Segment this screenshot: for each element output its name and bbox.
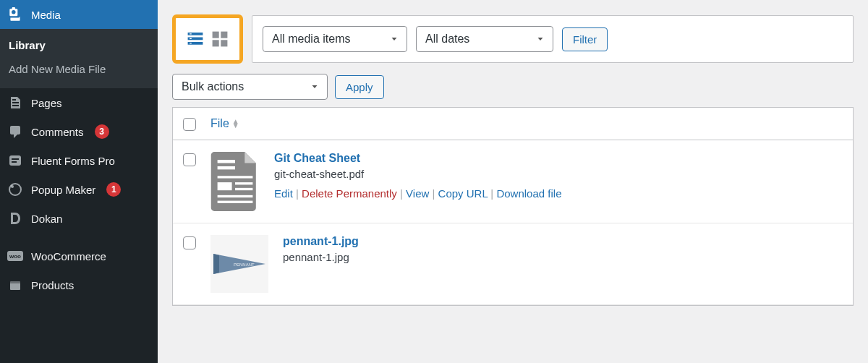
- menu-fluent-forms[interactable]: Fluent Forms Pro: [0, 146, 158, 175]
- svg-rect-0: [9, 155, 21, 166]
- dokan-icon: [7, 210, 23, 226]
- file-title-link[interactable]: Git Cheat Sheet: [274, 152, 360, 164]
- svg-rect-19: [218, 195, 253, 197]
- delete-link[interactable]: Delete Permanently: [302, 187, 397, 200]
- svg-rect-20: [218, 201, 253, 203]
- column-file[interactable]: File ▲▼: [210, 117, 239, 130]
- grid-view-button[interactable]: [210, 30, 229, 48]
- menu-label: Media: [31, 9, 61, 21]
- download-link[interactable]: Download file: [496, 187, 561, 200]
- file-meta: Git Cheat Sheet git-cheat-sheet.pdf Edit…: [274, 152, 561, 211]
- select-value: Bulk actions: [182, 80, 244, 93]
- list-view-button[interactable]: [186, 30, 205, 48]
- column-label: File: [210, 117, 229, 130]
- menu-label: WooCommerce: [31, 250, 106, 262]
- row-checkbox[interactable]: [183, 153, 196, 166]
- row-actions: Edit | Delete Permanently | View | Copy …: [274, 187, 561, 200]
- svg-rect-18: [235, 188, 252, 190]
- bulk-action-select[interactable]: Bulk actions: [172, 74, 328, 100]
- comments-badge: 3: [95, 124, 109, 139]
- bulk-actions-row: Bulk actions Apply: [172, 74, 854, 100]
- woo-icon: woo: [7, 248, 23, 264]
- svg-point-4: [11, 185, 14, 188]
- menu-label: Comments: [31, 126, 84, 138]
- menu-label: Products: [31, 279, 74, 291]
- menu-media[interactable]: Media: [0, 0, 158, 29]
- menu-comments[interactable]: Comments 3: [0, 117, 158, 146]
- svg-rect-13: [218, 160, 235, 163]
- svg-rect-10: [221, 32, 227, 38]
- svg-rect-14: [218, 166, 235, 169]
- svg-rect-17: [235, 182, 252, 184]
- popup-icon: [7, 182, 23, 197]
- select-value: All dates: [425, 33, 469, 46]
- comments-icon: [7, 124, 23, 140]
- chevron-down-icon: [310, 82, 320, 92]
- menu-pages[interactable]: Pages: [0, 88, 158, 117]
- svg-text:woo: woo: [9, 253, 21, 260]
- file-title-link[interactable]: pennant-1.jpg: [283, 235, 359, 247]
- copy-url-link[interactable]: Copy URL: [438, 187, 488, 200]
- file-thumbnail-image: PENNANT: [210, 235, 268, 293]
- media-submenu: Library Add New Media File: [0, 29, 158, 88]
- file-cell: PENNANT pennant-1.jpg pennant-1.jpg: [210, 235, 843, 293]
- svg-rect-1: [12, 158, 19, 160]
- view-link[interactable]: View: [406, 187, 429, 200]
- media-type-select[interactable]: All media items: [263, 26, 407, 52]
- svg-rect-16: [218, 182, 232, 190]
- file-cell: Git Cheat Sheet git-cheat-sheet.pdf Edit…: [210, 152, 843, 211]
- apply-button[interactable]: Apply: [335, 75, 384, 99]
- submenu-add-new[interactable]: Add New Media File: [0, 57, 158, 81]
- row-checkbox[interactable]: [183, 236, 196, 249]
- svg-rect-11: [213, 40, 219, 46]
- view-switch-highlighted: [172, 14, 243, 64]
- admin-sidebar: Media Library Add New Media File Pages C…: [0, 0, 158, 363]
- menu-label: Popup Maker: [31, 184, 95, 196]
- date-select[interactable]: All dates: [416, 26, 553, 52]
- file-thumbnail-document: [210, 152, 260, 211]
- menu-popup-maker[interactable]: Popup Maker 1: [0, 175, 158, 204]
- file-meta: pennant-1.jpg pennant-1.jpg: [283, 235, 359, 293]
- svg-rect-9: [213, 32, 219, 38]
- chevron-down-icon: [389, 34, 399, 44]
- submenu-library[interactable]: Library: [0, 33, 158, 57]
- menu-dokan[interactable]: Dokan: [0, 204, 158, 233]
- svg-point-3: [9, 184, 21, 195]
- form-icon: [7, 153, 23, 168]
- menu-label: Fluent Forms Pro: [31, 155, 115, 167]
- popup-badge: 1: [106, 182, 121, 197]
- select-all-checkbox[interactable]: [183, 118, 196, 131]
- pages-icon: [7, 95, 23, 111]
- edit-link[interactable]: Edit: [274, 187, 293, 200]
- svg-rect-2: [12, 161, 17, 163]
- svg-text:PENNANT: PENNANT: [234, 262, 255, 267]
- menu-separator: [0, 233, 158, 242]
- svg-rect-12: [221, 40, 227, 46]
- menu-label: Pages: [31, 97, 62, 109]
- sort-icon: ▲▼: [232, 119, 239, 128]
- filter-button[interactable]: Filter: [562, 27, 608, 51]
- primary-toolbar: All media items All dates Filter: [172, 14, 854, 64]
- chevron-down-icon: [535, 34, 545, 44]
- file-name: git-cheat-sheet.pdf: [274, 168, 561, 180]
- table-row: PENNANT pennant-1.jpg pennant-1.jpg: [173, 223, 853, 305]
- svg-rect-8: [10, 281, 20, 283]
- media-table: File ▲▼ Git Cheat Sheet git-cheat-sheet.…: [172, 107, 854, 306]
- menu-products[interactable]: Products: [0, 270, 158, 299]
- menu-woocommerce[interactable]: woo WooCommerce: [0, 242, 158, 270]
- products-icon: [7, 277, 23, 293]
- svg-marker-22: [213, 254, 219, 274]
- file-name: pennant-1.jpg: [283, 251, 359, 263]
- svg-rect-15: [218, 176, 253, 178]
- main-content: All media items All dates Filter Bulk ac…: [158, 0, 868, 363]
- filter-bar: All media items All dates Filter: [252, 15, 854, 63]
- table-row: Git Cheat Sheet git-cheat-sheet.pdf Edit…: [173, 140, 853, 223]
- select-value: All media items: [272, 33, 350, 46]
- media-icon: [7, 7, 23, 22]
- menu-label: Dokan: [31, 213, 62, 225]
- table-header: File ▲▼: [173, 108, 853, 140]
